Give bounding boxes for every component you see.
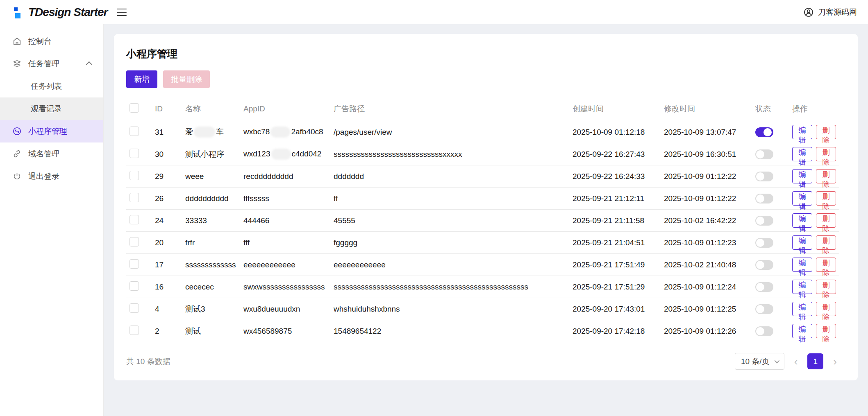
delete-button[interactable]: 删除 <box>816 324 836 338</box>
home-icon <box>12 36 22 46</box>
cell-name: dddddddddd <box>182 188 240 210</box>
row-checkbox[interactable] <box>130 171 139 180</box>
add-button[interactable]: 新增 <box>126 70 157 88</box>
sidebar-group-task-management[interactable]: 任务管理 <box>0 52 103 75</box>
row-checkbox[interactable] <box>130 303 139 313</box>
cell-created-time: 2025-10-09 01:12:18 <box>569 121 661 143</box>
delete-button[interactable]: 删除 <box>816 280 836 294</box>
edit-button[interactable]: 编辑 <box>792 324 812 338</box>
sidebar-item-miniprogram-management[interactable]: 小程序管理 <box>0 120 103 142</box>
table-footer: 共 10 条数据 10 条/页 ‹ 1 › <box>126 353 839 370</box>
username: 刀客源码网 <box>818 7 857 18</box>
edit-button[interactable]: 编辑 <box>792 213 812 228</box>
layers-icon <box>12 59 22 68</box>
row-checkbox[interactable] <box>130 215 139 224</box>
pagination: 10 条/页 ‹ 1 › <box>735 353 839 370</box>
status-toggle[interactable] <box>755 149 773 159</box>
cell-modified-time: 2025-10-09 01:12:22 <box>661 188 752 210</box>
batch-delete-button[interactable]: 批量删除 <box>163 70 210 88</box>
prev-page-button[interactable]: ‹ <box>792 356 800 367</box>
select-all-checkbox[interactable] <box>130 103 139 113</box>
sidebar-item-task-list[interactable]: 任务列表 <box>0 75 103 97</box>
status-toggle[interactable] <box>755 304 773 314</box>
cell-appid: fff <box>240 232 330 254</box>
cell-created-time: 2025-09-21 21:12:11 <box>569 188 661 210</box>
table-header-row: ID 名称 AppID 广告路径 创建时间 修改时间 状态 操作 <box>126 98 839 121</box>
sidebar-item-logout[interactable]: 退出登录 <box>0 165 103 188</box>
status-toggle[interactable] <box>755 282 773 292</box>
cell-id: 26 <box>152 188 182 210</box>
delete-button[interactable]: 删除 <box>816 147 836 161</box>
page-size-value: 10 条/页 <box>741 356 770 367</box>
row-checkbox[interactable] <box>130 259 139 269</box>
page-title: 小程序管理 <box>126 47 845 61</box>
sidebar-item-label: 域名管理 <box>28 149 59 159</box>
sidebar-item-domain-management[interactable]: 域名管理 <box>0 142 103 165</box>
cell-created-time: 2025-09-20 17:43:01 <box>569 298 661 320</box>
delete-button[interactable]: 删除 <box>816 235 836 250</box>
edit-button[interactable]: 编辑 <box>792 258 812 272</box>
cell-name: frfr <box>182 232 240 254</box>
next-page-button[interactable]: › <box>831 356 839 367</box>
chevron-up-icon <box>86 61 93 68</box>
sidebar-item-watch-records[interactable]: 观看记录 <box>0 97 103 120</box>
row-checkbox[interactable] <box>130 127 139 136</box>
edit-button[interactable]: 编辑 <box>792 302 812 316</box>
row-checkbox[interactable] <box>130 149 139 158</box>
cell-id: 24 <box>152 210 182 232</box>
cell-modified-time: 2025-10-02 16:42:22 <box>661 210 752 232</box>
row-checkbox[interactable] <box>130 326 139 335</box>
delete-button[interactable]: 删除 <box>816 302 836 316</box>
cell-modified-time: 2025-10-02 21:40:48 <box>661 254 752 276</box>
user-menu[interactable]: 刀客源码网 <box>803 7 857 18</box>
sidebar: 控制台 任务管理 任务列表 观看记录 小程序管理 域名管理 <box>0 24 104 416</box>
delete-button[interactable]: 删除 <box>816 258 836 272</box>
row-checkbox[interactable] <box>130 237 139 246</box>
main-content: 小程序管理 新增 批量删除 ID 名称 AppID 广告路径 创建时间 修改时间… <box>104 24 868 390</box>
status-toggle[interactable] <box>755 260 773 270</box>
total-count: 共 10 条数据 <box>126 356 170 367</box>
edit-button[interactable]: 编辑 <box>792 169 812 183</box>
status-toggle[interactable] <box>755 127 773 137</box>
cell-appid: recddddddddd <box>240 165 330 188</box>
delete-button[interactable]: 删除 <box>816 169 836 183</box>
table-row: 30测试小程序wxd123c4dd042ssssssssssssssssssss… <box>126 143 839 165</box>
table-row: 4测试3wxu8dueuuudxnwhshuiduhshxbnns2025-09… <box>126 298 839 320</box>
delete-button[interactable]: 删除 <box>816 213 836 228</box>
edit-button[interactable]: 编辑 <box>792 191 812 206</box>
sidebar-group-label: 任务管理 <box>28 59 59 69</box>
power-icon <box>12 172 22 181</box>
cell-created-time: 2025-09-21 17:51:49 <box>569 254 661 276</box>
content-card: 小程序管理 新增 批量删除 ID 名称 AppID 广告路径 创建时间 修改时间… <box>114 34 858 380</box>
status-toggle[interactable] <box>755 238 773 248</box>
delete-button[interactable]: 删除 <box>816 191 836 206</box>
cell-ad-path: eeeeeeeeeeee <box>330 254 569 276</box>
column-header-path: 广告路径 <box>330 98 569 121</box>
cell-ad-path: fggggg <box>330 232 569 254</box>
column-header-actions: 操作 <box>789 98 839 121</box>
edit-button[interactable]: 编辑 <box>792 280 812 294</box>
cell-ad-path: ssssssssssssssssssssssssssssxxxxx <box>330 143 569 165</box>
edit-button[interactable]: 编辑 <box>792 235 812 250</box>
sidebar-item-dashboard[interactable]: 控制台 <box>0 30 103 52</box>
sidebar-item-label: 任务列表 <box>31 81 62 92</box>
cell-ad-path: ssssssssssssssssssssssssssssssssssssssss… <box>330 276 569 298</box>
cell-id: 16 <box>152 276 182 298</box>
row-checkbox[interactable] <box>130 193 139 202</box>
hamburger-menu-icon[interactable] <box>117 9 127 16</box>
status-toggle[interactable] <box>755 326 773 336</box>
edit-button[interactable]: 编辑 <box>792 147 812 161</box>
chevron-down-icon <box>774 358 779 364</box>
cell-name: 测试 <box>182 320 240 342</box>
cell-name: sssssssssssss <box>182 254 240 276</box>
status-toggle[interactable] <box>755 172 773 181</box>
page-number-button[interactable]: 1 <box>807 353 823 369</box>
cell-id: 31 <box>152 121 182 143</box>
edit-button[interactable]: 编辑 <box>792 125 812 139</box>
page-size-select[interactable]: 10 条/页 <box>735 353 784 370</box>
status-toggle[interactable] <box>755 216 773 226</box>
status-toggle[interactable] <box>755 194 773 203</box>
blurred-mask <box>270 127 290 138</box>
delete-button[interactable]: 删除 <box>816 125 836 139</box>
row-checkbox[interactable] <box>130 281 139 291</box>
